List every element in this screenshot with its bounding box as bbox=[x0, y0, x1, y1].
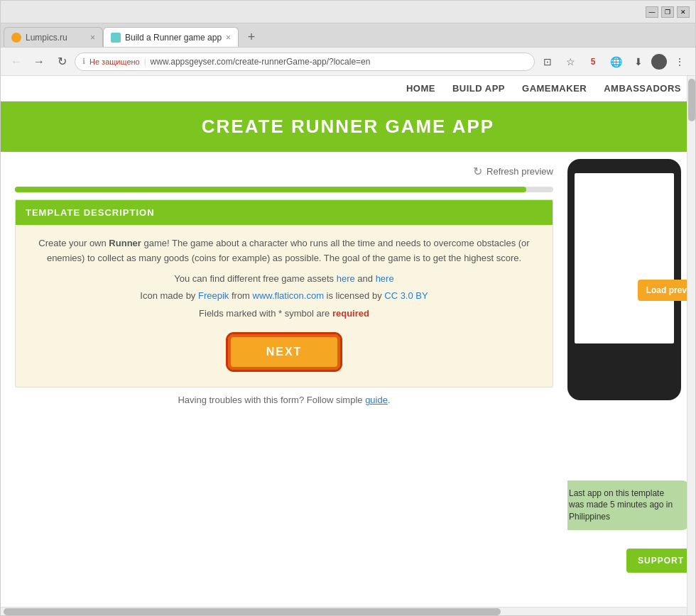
browser-window: — ❐ ✕ Lumpics.ru × Build a Runner game a… bbox=[0, 0, 696, 616]
title-bar: — ❐ ✕ bbox=[1, 1, 695, 23]
address-warning: Не защищено bbox=[89, 57, 140, 66]
site-header: HOME BUILD APP GAMEMAKER AMBASSADORS bbox=[1, 76, 695, 101]
scrollbar-bottom[interactable] bbox=[1, 607, 687, 615]
freepik-link[interactable]: Freepik bbox=[198, 290, 229, 301]
nav-gamemaker[interactable]: GAMEMAKER bbox=[522, 83, 587, 94]
menu-button[interactable]: ⋮ bbox=[670, 52, 690, 72]
trouble-label: Having troubles with this form? Follow s… bbox=[178, 395, 365, 405]
refresh-preview-button[interactable]: ↻ Refresh preview bbox=[15, 159, 553, 184]
address-separator: | bbox=[144, 57, 146, 66]
back-button[interactable]: ← bbox=[6, 52, 26, 72]
forward-button[interactable]: → bbox=[29, 52, 49, 72]
avatar[interactable] bbox=[651, 54, 667, 70]
next-button[interactable]: NEXT bbox=[229, 336, 339, 368]
minimize-button[interactable]: — bbox=[646, 6, 658, 18]
progress-bar-fill bbox=[15, 187, 526, 192]
download-button[interactable]: ⬇ bbox=[629, 52, 648, 72]
adblock-button[interactable]: 5 bbox=[583, 52, 603, 72]
nav-ambassadors[interactable]: AMBASSADORS bbox=[604, 83, 681, 94]
scrollbar-thumb-right bbox=[688, 79, 695, 121]
icon-credit-line: Icon made by Freepik from www.flaticon.c… bbox=[30, 289, 538, 304]
flaticon-link[interactable]: www.flaticon.com bbox=[253, 290, 324, 301]
address-url: www.appsgeyser.com/create-runnerGame-app… bbox=[151, 57, 371, 67]
refresh-preview-label: Refresh preview bbox=[486, 166, 553, 177]
nav-bar: ← → ↻ ℹ Не защищено | www.appsgeyser.com… bbox=[1, 48, 695, 76]
page-title: CREATE RUNNER GAME APP bbox=[15, 116, 681, 138]
title-bar-controls: — ❐ ✕ bbox=[646, 6, 690, 18]
cast-button[interactable]: ⊡ bbox=[538, 52, 558, 72]
trouble-end: . bbox=[388, 395, 391, 405]
tab-lumpics-close[interactable]: × bbox=[90, 33, 95, 43]
refresh-icon: ↻ bbox=[473, 165, 482, 178]
nav-build-app[interactable]: BUILD APP bbox=[452, 83, 505, 94]
runner-bold: Runner bbox=[109, 238, 141, 248]
tab-bar: Lumpics.ru × Build a Runner game app × + bbox=[1, 23, 695, 48]
bookmark-button[interactable]: ☆ bbox=[560, 52, 580, 72]
template-box-body: Create your own Runner game! The game ab… bbox=[16, 225, 553, 387]
content-right: Load prev Last app on this template was … bbox=[567, 152, 695, 615]
site-nav: HOME BUILD APP GAMEMAKER AMBASSADORS bbox=[406, 83, 681, 94]
cc-link[interactable]: CC 3.0 BY bbox=[384, 290, 428, 301]
main-area: ↻ Refresh preview TEMPLATE DESCRIPTION C… bbox=[1, 152, 695, 615]
tab-lumpics-label: Lumpics.ru bbox=[26, 33, 67, 43]
tab-lumpics[interactable]: Lumpics.ru × bbox=[4, 27, 103, 47]
required-text: required bbox=[332, 308, 369, 319]
nav-icons: ⊡ ☆ 5 🌐 ⬇ ⋮ bbox=[538, 52, 690, 72]
trouble-text: Having troubles with this form? Follow s… bbox=[15, 395, 553, 405]
guide-link[interactable]: guide bbox=[365, 395, 388, 405]
page-banner: CREATE RUNNER GAME APP bbox=[1, 101, 695, 152]
tab-appsgeyser[interactable]: Build a Runner game app × bbox=[103, 27, 239, 47]
required-note: Fields marked with * symbol are required bbox=[30, 307, 538, 321]
tab-appsgeyser-label: Build a Runner game app bbox=[125, 33, 222, 43]
template-description: Create your own Runner game! The game ab… bbox=[30, 236, 538, 266]
next-btn-wrapper: NEXT bbox=[30, 336, 538, 368]
address-bar[interactable]: ℹ Не защищено | www.appsgeyser.com/creat… bbox=[75, 53, 535, 71]
phone-screen bbox=[575, 173, 674, 343]
content-left: ↻ Refresh preview TEMPLATE DESCRIPTION C… bbox=[1, 152, 567, 615]
page-content: HOME BUILD APP GAMEMAKER AMBASSADORS CRE… bbox=[1, 76, 695, 615]
restore-button[interactable]: ❐ bbox=[661, 6, 674, 18]
new-tab-button[interactable]: + bbox=[241, 27, 261, 47]
refresh-button[interactable]: ↻ bbox=[52, 52, 72, 72]
here-link-1[interactable]: here bbox=[337, 273, 355, 284]
address-lock-icon: ℹ bbox=[82, 57, 85, 66]
here-link-2[interactable]: here bbox=[376, 273, 394, 284]
scrollbar-thumb-bottom bbox=[4, 608, 501, 615]
vpn-button[interactable]: 🌐 bbox=[606, 52, 626, 72]
chat-bubble: Last app on this template was made 5 min… bbox=[567, 480, 690, 530]
scrollbar-right[interactable] bbox=[687, 76, 695, 615]
template-box-header: TEMPLATE DESCRIPTION bbox=[16, 200, 553, 225]
tab-favicon-lumpics bbox=[11, 33, 21, 43]
tab-favicon-appsgeyser bbox=[111, 33, 121, 43]
template-box: TEMPLATE DESCRIPTION Create your own Run… bbox=[15, 199, 553, 387]
support-button[interactable]: SUPPORT bbox=[626, 549, 695, 573]
nav-home[interactable]: HOME bbox=[406, 83, 435, 94]
tab-appsgeyser-close[interactable]: × bbox=[226, 33, 231, 43]
progress-bar bbox=[15, 187, 553, 192]
close-button[interactable]: ✕ bbox=[677, 6, 690, 18]
assets-line: You can find different free game assets … bbox=[30, 272, 538, 287]
